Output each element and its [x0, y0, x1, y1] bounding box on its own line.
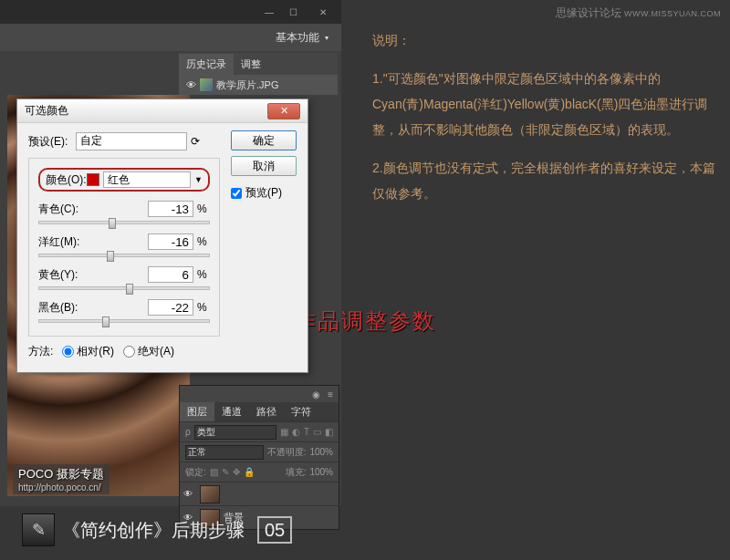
tab-layers[interactable]: 图层 [180, 402, 214, 421]
yellow-track[interactable] [38, 286, 210, 290]
filter-shape-icon[interactable]: ▭ [313, 427, 321, 437]
cyan-slider: 青色(C): % [38, 201, 210, 224]
cyan-value[interactable] [148, 201, 193, 217]
lock-position-icon[interactable]: ✥ [233, 467, 240, 477]
preset-menu-icon[interactable]: ⟳ [191, 135, 203, 148]
colors-select-row: 颜色(O): 红色 ▼ [38, 168, 210, 192]
maximize-button[interactable]: ☐ [281, 3, 305, 21]
black-track[interactable] [38, 319, 210, 323]
yellow-value[interactable] [148, 266, 193, 283]
magenta-value[interactable] [148, 233, 193, 250]
chevron-down-icon: ▾ [325, 34, 328, 42]
black-slider: 黑色(B): % [38, 299, 210, 323]
layer-row[interactable]: 👁 [180, 482, 339, 505]
document-thumbnail [200, 78, 213, 91]
chevron-down-icon: ▼ [194, 175, 203, 184]
workspace-switcher[interactable]: 基本功能▾ [0, 24, 341, 51]
description-text: 说明： 1."可选颜色"对图像中限定颜色区域中的各像素中的Cyan(青)Mage… [372, 27, 715, 219]
poco-watermark: POCO 摄影专题 http://photo.poco.cn/ [13, 464, 110, 494]
history-panel-tabs: 历史记录 调整 [179, 53, 338, 75]
cyan-track[interactable] [38, 221, 210, 224]
preview-checkbox[interactable]: 预览(P) [231, 185, 297, 201]
method-relative[interactable]: 相对(R) [62, 344, 114, 359]
lock-transparent-icon[interactable]: ▨ [210, 467, 218, 477]
yellow-slider: 黄色(Y): % [38, 266, 210, 290]
ok-button[interactable]: 确定 [231, 130, 297, 150]
panel-iconbar: ◉ ≡ [180, 386, 339, 402]
window-titlebar: — ☐ ✕ [0, 0, 341, 24]
colors-select[interactable]: 红色 [103, 171, 191, 188]
eye-icon: 👁 [186, 79, 196, 90]
camera-icon[interactable]: ◉ [312, 389, 320, 399]
minimize-button[interactable]: — [257, 3, 281, 21]
footer-title: 《简约创作》后期步骤 [62, 518, 245, 543]
layer-filter-select[interactable]: 类型 [194, 425, 276, 440]
preset-label: 预设(E): [28, 134, 76, 150]
layer-thumbnail [200, 485, 220, 503]
filter-smart-icon[interactable]: ◧ [325, 427, 333, 437]
visibility-icon[interactable]: 👁 [183, 489, 196, 499]
black-value[interactable] [148, 299, 193, 316]
filter-type-icon[interactable]: T [304, 427, 309, 437]
preset-select[interactable]: 自定 [76, 132, 187, 150]
layers-panel: ◉ ≡ 图层 通道 路径 字符 ρ 类型 ▦ ◐ T ▭ ◧ 正常 不透明度: … [179, 385, 339, 530]
panel-menu-icon[interactable]: ≡ [328, 389, 333, 399]
dialog-close-button[interactable]: ✕ [267, 103, 300, 119]
method-absolute[interactable]: 绝对(A) [123, 344, 174, 359]
tab-history[interactable]: 历史记录 [179, 54, 234, 75]
selective-color-dialog: 可选颜色 ✕ 确定 取消 预览(P) 预设(E): 自定 ⟳ 颜色(O): 红色… [16, 99, 308, 373]
slider-group: 颜色(O): 红色 ▼ 青色(C): % 洋红(M): % [28, 158, 220, 337]
footer-bar: ✎ 《简约创作》后期步骤 05 [22, 513, 292, 547]
tab-channels[interactable]: 通道 [214, 402, 249, 421]
filter-pixel-icon[interactable]: ▦ [280, 427, 288, 437]
method-radio-group: 方法: 相对(R) 绝对(A) [28, 344, 297, 359]
cancel-button[interactable]: 取消 [231, 156, 297, 176]
opacity-value[interactable]: 100% [309, 447, 333, 457]
dialog-titlebar[interactable]: 可选颜色 ✕ [17, 99, 308, 123]
window-close-button[interactable]: ✕ [305, 3, 341, 21]
tab-adjustments[interactable]: 调整 [234, 54, 268, 75]
step-number: 05 [257, 516, 292, 544]
blend-mode-select[interactable]: 正常 [185, 445, 264, 460]
watermark: 思缘设计论坛 WWW.MISSYUAN.COM [556, 5, 721, 21]
magenta-track[interactable] [38, 254, 210, 257]
fill-value[interactable]: 100% [309, 467, 333, 477]
color-swatch [87, 173, 99, 186]
magenta-slider: 洋红(M): % [38, 233, 210, 257]
lock-pixels-icon[interactable]: ✎ [222, 467, 229, 477]
lock-all-icon[interactable]: 🔒 [244, 467, 255, 477]
filter-adjust-icon[interactable]: ◐ [292, 427, 300, 437]
tab-paths[interactable]: 路径 [249, 402, 284, 421]
document-tab[interactable]: 👁 教学原片.JPG [179, 75, 338, 95]
tab-character[interactable]: 字符 [284, 402, 318, 421]
footer-icon: ✎ [22, 513, 55, 546]
